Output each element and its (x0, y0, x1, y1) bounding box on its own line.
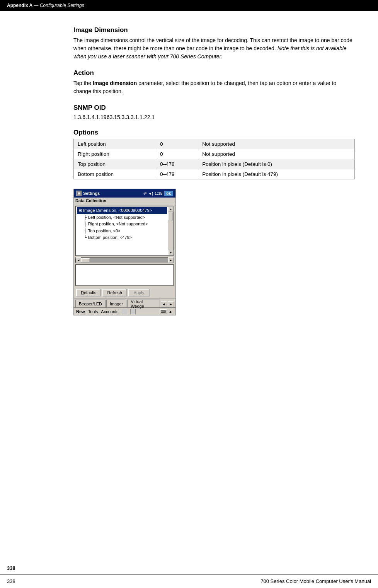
tab-nav: ◄ ► (161, 301, 174, 307)
titlebar-right: ⇌ ◄) 1:35 ok (143, 191, 173, 196)
tree-content: ⊟ Image Dimension, <000639000479> ├ Left… (76, 206, 168, 255)
statusbar-new: New (76, 309, 85, 314)
action-title: Action (73, 69, 355, 77)
tree-item-right-position[interactable]: ├ Right position, <Not supported> (77, 221, 167, 228)
table-cell: Left position (74, 139, 156, 149)
tab-beeper-led[interactable]: Beeper/LED (75, 300, 106, 307)
defaults-underline: D (81, 290, 84, 295)
tab-nav-left-button[interactable]: ◄ (161, 301, 167, 307)
action-prefix: Tap the (73, 80, 93, 86)
defaults-button[interactable]: Defaults (76, 289, 101, 297)
appendix-label: Appendix A (7, 3, 32, 8)
header-text: Appendix A — Configurable Settings (7, 3, 84, 8)
table-row: Top position 0–478 Position in pixels (D… (74, 159, 355, 169)
statusbar-tools: Tools (88, 309, 98, 314)
page-number: 338 (7, 565, 15, 571)
tab-virtual-wedge[interactable]: Virtual Wedge (127, 300, 160, 307)
tree-panel: ⊟ Image Dimension, <000639000479> ├ Left… (75, 206, 174, 256)
tree-item-top-position[interactable]: ├ Top position, <0> (77, 228, 167, 235)
footer-bar: 338 700 Series Color Mobile Computer Use… (0, 574, 378, 588)
status-bar: New Tools Accounts ⌨ ▲ (74, 307, 175, 315)
titlebar-left: ⊞ Settings (76, 191, 100, 196)
tree-item-image-dimension[interactable]: ⊟ Image Dimension, <000639000479> (77, 207, 167, 214)
header-separator: — (34, 3, 40, 8)
table-cell: 0–479 (156, 169, 198, 179)
chapter-label: Configurable Settings (40, 3, 84, 8)
tab-imager[interactable]: Imager (106, 300, 126, 307)
left-sidebar: 338 (0, 11, 62, 574)
statusbar-icon2 (130, 309, 136, 314)
status-time: 1:35 (155, 191, 162, 196)
table-cell: Right position (74, 149, 156, 159)
table-cell: 0–478 (156, 159, 198, 169)
tree-item-left-position[interactable]: ├ Left position, <Not supported> (77, 214, 167, 221)
hscroll-right-button[interactable]: ► (168, 257, 174, 263)
scroll-thumb (168, 213, 173, 220)
footer-book-title: 700 Series Color Mobile Computer User's … (261, 578, 371, 584)
scroll-up-status-button[interactable]: ▲ (168, 309, 173, 314)
table-cell: Not supported (198, 139, 355, 149)
image-dimension-title: Image Dimension (73, 26, 355, 34)
hscroll-thumb (81, 258, 90, 262)
refresh-button[interactable]: Refresh (102, 289, 127, 297)
scroll-down-button[interactable]: ▼ (168, 250, 174, 255)
snmp-title: SNMP OID (73, 104, 355, 112)
table-cell: Not supported (198, 149, 355, 159)
tab-nav-right-button[interactable]: ► (168, 301, 174, 307)
ok-button[interactable]: ok (164, 191, 173, 196)
new-label: New (76, 309, 85, 314)
keyboard-icon: ⌨ (160, 309, 167, 314)
tab-bar: Beeper/LED Imager Virtual Wedge ◄ ► (74, 298, 175, 307)
window-title: Settings (83, 191, 100, 196)
status-network-icon: ⇌ (143, 191, 146, 196)
hscroll-track (81, 258, 168, 262)
table-cell: Top position (74, 159, 156, 169)
table-row: Right position 0 Not supported (74, 149, 355, 159)
options-title: Options (73, 129, 355, 136)
buttons-row: Defaults Refresh Apply (74, 287, 175, 298)
table-cell: 0 (156, 139, 198, 149)
table-row: Left position 0 Not supported (74, 139, 355, 149)
apply-button[interactable]: Apply (128, 289, 150, 297)
statusbar-right: ⌨ ▲ (160, 309, 173, 314)
table-cell: Bottom position (74, 169, 156, 179)
image-dimension-body: The image dimensions control the vertica… (73, 36, 355, 61)
table-row: Bottom position 0–479 Position in pixels… (74, 169, 355, 179)
tree-item-bottom-position[interactable]: └ Bottom position, <479> (77, 234, 167, 241)
statusbar-icon1 (122, 309, 127, 314)
table-cell: Position in pixels (Default is 479) (198, 169, 355, 179)
footer-page-number: 338 (7, 578, 15, 584)
table-cell: Position in pixels (Default is 0) (198, 159, 355, 169)
main-content: Image Dimension The image dimensions con… (62, 11, 366, 574)
horizontal-scrollbar: ◄ ► (75, 257, 174, 263)
status-volume-icon: ◄) (148, 191, 153, 196)
scroll-up-button[interactable]: ▲ (168, 206, 174, 212)
statusbar-accounts: Accounts (101, 309, 118, 314)
app-icon: ⊞ (76, 191, 82, 196)
action-bold: Image dimension (93, 80, 137, 86)
tree-scrollbar: ▲ ▼ (168, 206, 173, 255)
detail-panel (75, 264, 174, 286)
header-bar: Appendix A — Configurable Settings (0, 0, 378, 11)
hscroll-left-button[interactable]: ◄ (76, 257, 81, 263)
toolbar-label: Data Collection (74, 198, 175, 204)
screenshot-mockup: ⊞ Settings ⇌ ◄) 1:35 ok Data Collection … (73, 189, 176, 315)
window-titlebar: ⊞ Settings ⇌ ◄) 1:35 ok (74, 189, 175, 198)
table-cell: 0 (156, 149, 198, 159)
options-table: Left position 0 Not supported Right posi… (73, 139, 355, 179)
snmp-oid-value: 1.3.6.1.4.1.1963.15.3.3.3.1.1.22.1 (73, 114, 355, 120)
action-body: Tap the Image dimension parameter, selec… (73, 79, 355, 95)
